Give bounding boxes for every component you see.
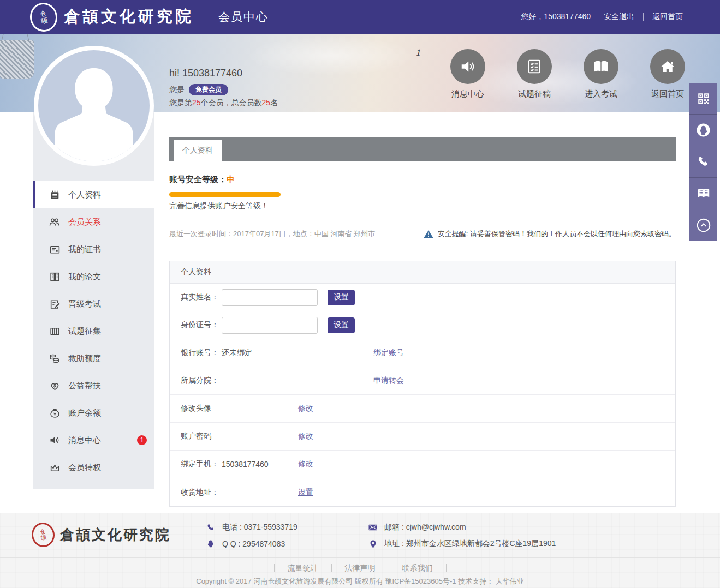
checklist-icon: [517, 49, 552, 84]
action-message-center[interactable]: 消息中心: [443, 49, 492, 99]
set-real-name-button[interactable]: 设置: [328, 290, 355, 305]
avatar: [34, 46, 154, 166]
welcome-text: hi! 15038177460: [169, 68, 278, 79]
footer-contacts-col2: 邮箱 : cjwh@cjwhw.com 地址 : 郑州市金水区绿地新都会2号楼C…: [367, 519, 556, 552]
contact-email: 邮箱 : cjwh@cjwhw.com: [367, 519, 556, 536]
greeting-text: 您好，15038177460: [521, 12, 591, 22]
qrcode-icon[interactable]: [689, 83, 717, 115]
contact-text: Q Q : 2954874083: [222, 539, 285, 548]
phone-icon[interactable]: [689, 146, 717, 178]
welcome-block: hi! 15038177460 您是 免费会员 您是第25个会员，总会员数25名: [169, 68, 278, 108]
login-info-row: 最近一次登录时间：2017年07月17日，地点：中国 河南省 郑州市 安全提醒:…: [169, 229, 676, 239]
back-to-top-icon[interactable]: [689, 209, 717, 241]
member-stat: 您是第25个会员，总会员数25名: [169, 98, 278, 108]
header-divider: [206, 9, 206, 25]
tab-bar: 个人资料: [169, 137, 676, 161]
location-icon: [367, 539, 379, 549]
coins-icon: [48, 352, 61, 365]
sidebar-item-label: 试题征集: [68, 326, 101, 337]
header-link-separator: [643, 13, 644, 21]
home-link[interactable]: 返回首页: [652, 12, 683, 22]
papers-icon: [48, 270, 61, 283]
bind-bank-account-link[interactable]: 绑定账号: [373, 348, 404, 358]
footer-link-legal[interactable]: 法律声明: [331, 564, 389, 572]
action-label: 返回首页: [643, 89, 692, 99]
set-address-link[interactable]: 设置: [298, 488, 313, 497]
form-row-real-name: 真实姓名： 设置: [170, 284, 675, 311]
id-number-input[interactable]: [222, 317, 318, 334]
sidebar-item-label: 公益帮扶: [68, 381, 101, 391]
footer-link-traffic-stats[interactable]: 流量统计: [274, 564, 331, 572]
qq-icon[interactable]: [689, 115, 717, 146]
avatar-silhouette: [38, 50, 150, 161]
footer-brand-name: 倉頡文化研究院: [60, 525, 171, 544]
panel-title: 个人资料: [170, 261, 675, 284]
bank-account-value: 还未绑定: [222, 348, 252, 358]
action-back-home[interactable]: 返回首页: [643, 49, 692, 99]
sidebar-item-certificates[interactable]: 我的证书: [33, 236, 154, 263]
open-book-icon: [584, 49, 618, 84]
footer-logo: 仓 颉 倉頡文化研究院: [32, 523, 171, 547]
security-hint: 完善信息提供账户安全等级！: [169, 201, 676, 211]
form-row-bank-account: 银行账号： 还未绑定 绑定账号: [170, 339, 675, 367]
form-row-phone: 绑定手机： 15038177460 修改: [170, 451, 675, 478]
sidebar-item-question-collection[interactable]: 试题征集: [33, 317, 154, 345]
security-level-line: 账号安全等级：中: [169, 175, 676, 185]
sidebar-item-aid-quota[interactable]: 救助额度: [33, 345, 154, 372]
real-name-input[interactable]: [222, 289, 318, 306]
logout-link[interactable]: 安全退出: [604, 12, 634, 22]
field-label: 真实姓名：: [181, 292, 222, 302]
security-progress-bar: [169, 192, 281, 197]
brand-name: 倉頡文化研究院: [64, 6, 194, 28]
phone-icon: [205, 523, 217, 532]
change-password-link[interactable]: 修改: [298, 431, 313, 441]
member-prefix: 您是: [169, 85, 185, 95]
sidebar-item-message-center[interactable]: 消息中心 1: [33, 427, 154, 454]
people-group-icon: [48, 215, 61, 229]
form-row-password: 账户密码 修改: [170, 423, 675, 451]
action-label: 消息中心: [443, 89, 492, 99]
sidebar-item-label: 晋级考试: [68, 299, 101, 309]
sidebar-item-label: 消息中心: [68, 435, 101, 446]
sidebar: 个人资料 会员关系 我的证书 我的论文: [33, 112, 154, 489]
bound-phone-value: 15038177460: [222, 460, 269, 469]
action-enter-exam[interactable]: 进入考试: [576, 49, 626, 99]
member-level-badge: 免费会员: [189, 84, 228, 95]
seal-char-bottom: 颉: [40, 535, 47, 541]
footer-brand-seal: 仓 颉: [29, 521, 56, 549]
warning-triangle-icon: [424, 230, 433, 238]
brand-seal-logo: 仓 颉: [28, 1, 59, 34]
change-phone-link[interactable]: 修改: [298, 459, 313, 469]
sidebar-item-member-privileges[interactable]: 会员特权: [33, 454, 154, 481]
sidebar-item-promotion-exam[interactable]: 晋级考试: [33, 290, 154, 317]
footer-link-contact-us[interactable]: 联系我们: [389, 564, 447, 572]
stat-post: 名: [270, 98, 278, 107]
home-icon: [650, 49, 685, 84]
sidebar-item-charity[interactable]: 公益帮扶: [33, 372, 154, 399]
security-alert-text: 安全提醒: 请妥善保管密码！我们的工作人员不会以任何理由向您索取密码。: [438, 229, 676, 239]
stat-mid: 个会员，总会员数: [201, 98, 262, 107]
top-header: 仓 颉 倉頡文化研究院 会员中心 您好，15038177460 安全退出 返回首…: [0, 0, 720, 34]
copyright-text: Copyright © 2017 河南仓颉文化旅游发展有限公司 版权所有 豫IC…: [0, 577, 720, 586]
profile-panel: 个人资料 真实姓名： 设置 身份证号： 设置 银行账号： 还未绑定 绑定账号 所…: [169, 261, 676, 507]
sidebar-item-account-balance[interactable]: 账户余额: [33, 399, 154, 427]
magazine-icon[interactable]: [689, 178, 717, 209]
field-label: 银行账号：: [181, 348, 222, 358]
sidebar-item-member-relations[interactable]: 会员关系: [33, 208, 154, 236]
last-login-info: 最近一次登录时间：2017年07月17日，地点：中国 河南省 郑州市: [169, 229, 375, 239]
sidebar-item-papers[interactable]: 我的论文: [33, 263, 154, 290]
action-label: 进入考试: [576, 89, 626, 99]
field-label: 所属分院：: [181, 376, 222, 386]
sidebar-item-label: 救助额度: [68, 353, 101, 364]
unread-count-annotation: 1: [415, 48, 421, 58]
apply-transfer-link[interactable]: 申请转会: [373, 376, 404, 386]
member-center-page: 仓 颉 倉頡文化研究院 会员中心 您好，15038177460 安全退出 返回首…: [0, 0, 720, 588]
sidebar-item-profile[interactable]: 个人资料: [33, 181, 154, 208]
tab-profile[interactable]: 个人资料: [174, 140, 222, 161]
action-exam-submission[interactable]: 试题征稿: [510, 49, 559, 99]
change-avatar-link[interactable]: 修改: [298, 404, 313, 413]
set-id-number-button[interactable]: 设置: [328, 317, 355, 333]
sidebar-item-label: 会员特权: [68, 463, 101, 473]
unread-badge: 1: [137, 435, 147, 445]
mail-icon: [367, 523, 379, 532]
